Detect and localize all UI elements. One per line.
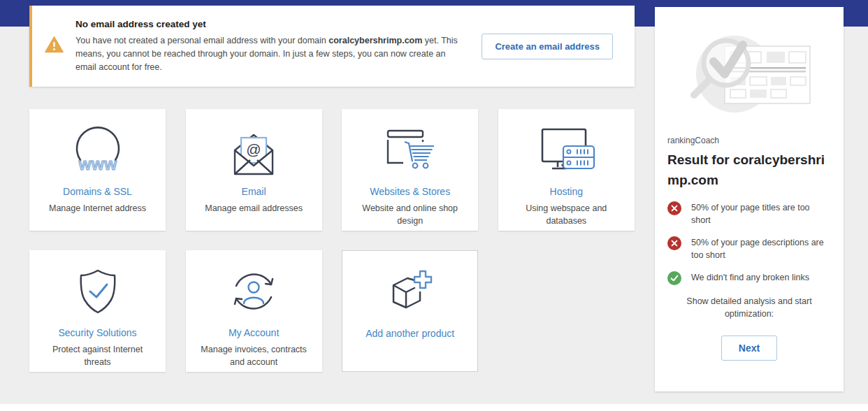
- monitor-server-icon: [534, 119, 598, 185]
- error-icon: [667, 201, 681, 215]
- svg-text:@: @: [246, 141, 261, 157]
- product-tile-grid: www Domains & SSL Manage Internet addres…: [29, 109, 635, 372]
- result-text: 50% of your page descriptions are too sh…: [691, 236, 831, 261]
- error-icon: [667, 236, 681, 250]
- tile-label: Add another product: [366, 328, 454, 339]
- tile-label: Domains & SSL: [63, 186, 132, 197]
- tile-description: Protect against Internet threats: [39, 343, 156, 368]
- banner-body: You have not created a personal email ad…: [75, 34, 463, 74]
- tile-hosting[interactable]: Hosting Using webspace and databases: [498, 109, 635, 231]
- tile-email[interactable]: @ Email Manage email addresses: [186, 109, 322, 231]
- warning-triangle-icon: [45, 36, 64, 56]
- shield-check-icon: [68, 260, 128, 326]
- tile-description: Manage email addresses: [205, 202, 303, 215]
- ranking-result-heading: Result for coralcybershrimp.com: [667, 150, 831, 190]
- svg-text:www: www: [78, 155, 117, 173]
- cube-plus-icon: [377, 261, 444, 326]
- ranking-results-list: 50% of your page titles are too short 50…: [667, 201, 831, 285]
- tile-description: Manage invoices, contracts and account: [196, 343, 312, 368]
- browser-shopping-cart-icon: [378, 119, 442, 185]
- banner-title: No email address created yet: [75, 19, 475, 29]
- tile-label: My Account: [229, 327, 279, 338]
- tile-label: Websites & Stores: [370, 186, 450, 197]
- person-sync-icon: [224, 260, 284, 326]
- magnifier-check-webpage-illustration: [667, 7, 831, 124]
- tile-security-solutions[interactable]: Security Solutions Protect against Inter…: [29, 250, 166, 372]
- result-text: We didn't find any broken links: [691, 271, 809, 284]
- tile-add-another-product[interactable]: Add another product: [342, 250, 478, 372]
- optimization-prompt-text: Show detailed analysis and start optimiz…: [667, 295, 831, 320]
- create-email-address-button[interactable]: Create an email address: [482, 34, 613, 59]
- check-icon: [667, 271, 681, 285]
- result-row: 50% of your page titles are too short: [667, 201, 831, 226]
- tile-label: Security Solutions: [58, 327, 136, 338]
- tile-label: Hosting: [550, 186, 583, 197]
- rankingcoach-app-name: rankingCoach: [667, 136, 831, 145]
- tile-description: Using webspace and databases: [508, 202, 625, 227]
- envelope-at-icon: @: [224, 119, 284, 185]
- next-button[interactable]: Next: [721, 336, 777, 361]
- tile-websites-stores[interactable]: Websites & Stores Website and online sho…: [342, 109, 478, 231]
- result-row: We didn't find any broken links: [667, 271, 831, 285]
- result-row: 50% of your page descriptions are too sh…: [667, 236, 831, 261]
- tile-my-account[interactable]: My Account Manage invoices, contracts an…: [186, 250, 322, 372]
- tile-domains-ssl[interactable]: www Domains & SSL Manage Internet addres…: [29, 109, 166, 231]
- tile-description: Manage Internet address: [49, 202, 146, 215]
- tile-description: Website and online shop design: [352, 202, 468, 227]
- globe-www-icon: www: [68, 119, 128, 185]
- email-warning-banner: No email address created yet You have no…: [29, 6, 635, 87]
- result-text: 50% of your page titles are too short: [691, 201, 831, 226]
- page-bottom-strip: [0, 404, 868, 411]
- rankingcoach-panel: rankingCoach Result for coralcybershrimp…: [655, 7, 844, 391]
- tile-label: Email: [242, 186, 266, 197]
- dashboard-page: No email address created yet You have no…: [0, 0, 868, 411]
- domain-name: coralcybershrimp.com: [328, 36, 422, 45]
